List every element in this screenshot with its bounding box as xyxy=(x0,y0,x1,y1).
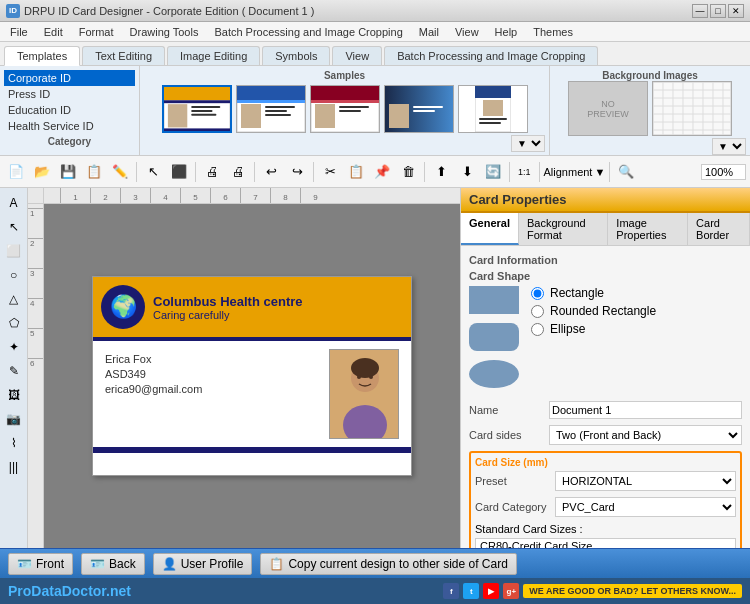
sample-thumb-4[interactable] xyxy=(384,85,454,133)
undo-button[interactable]: ↩ xyxy=(259,160,283,184)
line-tool[interactable]: ⌇ xyxy=(3,432,25,454)
user-profile-button[interactable]: 👤 User Profile xyxy=(153,553,253,575)
menu-edit[interactable]: Edit xyxy=(36,24,71,40)
name-input[interactable] xyxy=(549,401,742,419)
zoom-input[interactable] xyxy=(701,164,746,180)
radio-rectangle[interactable]: Rectangle xyxy=(531,286,656,300)
facebook-icon[interactable]: f xyxy=(443,583,459,599)
menu-batch-processing[interactable]: Batch Processing and Image Cropping xyxy=(206,24,410,40)
radio-ellipse[interactable]: Ellipse xyxy=(531,322,656,336)
menu-drawing-tools[interactable]: Drawing Tools xyxy=(122,24,207,40)
panel-tab-background-format[interactable]: Background Format xyxy=(519,213,608,245)
tab-templates[interactable]: Templates xyxy=(4,46,80,66)
back-button[interactable]: 🪪 Back xyxy=(81,553,145,575)
copy-button[interactable]: 📋 xyxy=(344,160,368,184)
properties-panel: Card Properties General Background Forma… xyxy=(460,188,750,548)
text-tool[interactable]: A xyxy=(3,192,25,214)
move-front-button[interactable]: ⬆ xyxy=(429,160,453,184)
1to1-button[interactable]: 1:1 xyxy=(514,160,535,184)
radio-rect-input[interactable] xyxy=(531,287,544,300)
category-health-id[interactable]: Health Service ID xyxy=(4,118,135,134)
tab-image-editing[interactable]: Image Editing xyxy=(167,46,260,65)
redo-button[interactable]: ↪ xyxy=(285,160,309,184)
canvas-area[interactable]: 1 2 3 4 5 6 7 8 9 1 2 3 4 5 6 xyxy=(28,188,460,548)
paste-button[interactable]: 📌 xyxy=(370,160,394,184)
menu-view[interactable]: View xyxy=(447,24,487,40)
circle-tool[interactable]: ○ xyxy=(3,264,25,286)
window-controls[interactable]: — □ ✕ xyxy=(692,4,744,18)
twitter-icon[interactable]: t xyxy=(463,583,479,599)
select-tool[interactable]: ↖ xyxy=(3,216,25,238)
menu-file[interactable]: File xyxy=(2,24,36,40)
size-list[interactable]: CR80-Credit Card Size CR79 CR80-Over Siz… xyxy=(475,538,736,548)
rect-tool[interactable]: ⬜ xyxy=(3,240,25,262)
copy-design-button[interactable]: 📋 Copy current design to other side of C… xyxy=(260,553,516,575)
bg-no-preview[interactable]: NOPREVIEW xyxy=(568,81,648,136)
zoom-out-button[interactable]: 🔍 xyxy=(614,160,638,184)
tab-batch-processing[interactable]: Batch Processing and Image Cropping xyxy=(384,46,598,65)
panel-scroll[interactable]: Card Information Card Shape xyxy=(461,246,750,548)
panel-tab-general[interactable]: General xyxy=(461,213,519,245)
menu-themes[interactable]: Themes xyxy=(525,24,581,40)
print2-button[interactable]: 🖨 xyxy=(226,160,250,184)
bg-images-dropdown[interactable]: ▼ xyxy=(712,138,746,155)
new-button[interactable]: 📄 xyxy=(4,160,28,184)
name-field-label: Name xyxy=(469,404,549,416)
canvas-content[interactable]: 🌍 Columbus Health centre Caring carefull… xyxy=(44,204,460,548)
youtube-icon[interactable]: ▶ xyxy=(483,583,499,599)
menu-help[interactable]: Help xyxy=(487,24,526,40)
alignment-dropdown[interactable]: ▼ xyxy=(594,166,605,178)
samples-dropdown[interactable]: ▼ xyxy=(511,135,545,152)
move-button[interactable]: ↖ xyxy=(141,160,165,184)
radio-rounded[interactable]: Rounded Rectangle xyxy=(531,304,656,318)
preset-select[interactable]: HORIZONTAL xyxy=(555,471,736,491)
id-card[interactable]: 🌍 Columbus Health centre Caring carefull… xyxy=(92,276,412,476)
sample-thumb-2[interactable] xyxy=(236,85,306,133)
image-tool[interactable]: 🖼 xyxy=(3,384,25,406)
googleplus-icon[interactable]: g+ xyxy=(503,583,519,599)
close-button[interactable]: ✕ xyxy=(728,4,744,18)
card-sides-select[interactable]: Two (Front and Back) xyxy=(549,425,742,445)
menu-format[interactable]: Format xyxy=(71,24,122,40)
ruler-tick-4: 4 xyxy=(150,188,180,203)
front-button[interactable]: 🪪 Front xyxy=(8,553,73,575)
print-button[interactable]: 🖨 xyxy=(200,160,224,184)
sample-thumb-5[interactable] xyxy=(458,85,528,133)
rotate-button[interactable]: 🔄 xyxy=(481,160,505,184)
tab-text-editing[interactable]: Text Editing xyxy=(82,46,165,65)
category-corporate-id[interactable]: Corporate ID xyxy=(4,70,135,86)
polygon-tool[interactable]: ⬠ xyxy=(3,312,25,334)
maximize-button[interactable]: □ xyxy=(710,4,726,18)
properties-button[interactable]: 📋 xyxy=(82,160,106,184)
sample-thumb-1[interactable] xyxy=(162,85,232,133)
category-education-id[interactable]: Education ID xyxy=(4,102,135,118)
panel-tab-card-border[interactable]: Card Border xyxy=(688,213,750,245)
select-all-button[interactable]: ⬛ xyxy=(167,160,191,184)
card-name: Erica Fox xyxy=(105,353,319,365)
card-category-select[interactable]: PVC_Card xyxy=(555,497,736,517)
link-tool[interactable]: ||| xyxy=(3,456,25,478)
radio-rounded-input[interactable] xyxy=(531,305,544,318)
minimize-button[interactable]: — xyxy=(692,4,708,18)
tab-view[interactable]: View xyxy=(332,46,382,65)
edit-button[interactable]: ✏️ xyxy=(108,160,132,184)
triangle-tool[interactable]: △ xyxy=(3,288,25,310)
photo-tool[interactable]: 📷 xyxy=(3,408,25,430)
star-tool[interactable]: ✦ xyxy=(3,336,25,358)
save-button[interactable]: 💾 xyxy=(56,160,80,184)
delete-button[interactable]: 🗑 xyxy=(396,160,420,184)
tab-symbols[interactable]: Symbols xyxy=(262,46,330,65)
cut-button[interactable]: ✂ xyxy=(318,160,342,184)
size-cr80[interactable]: CR80-Credit Card Size xyxy=(476,539,735,548)
panel-tab-image-properties[interactable]: Image Properties xyxy=(608,213,688,245)
open-button[interactable]: 📂 xyxy=(30,160,54,184)
bg-grid-preview[interactable] xyxy=(652,81,732,136)
pen-tool[interactable]: ✎ xyxy=(3,360,25,382)
radio-ellipse-input[interactable] xyxy=(531,323,544,336)
category-press-id[interactable]: Press ID xyxy=(4,86,135,102)
menu-mail[interactable]: Mail xyxy=(411,24,447,40)
move-back-button[interactable]: ⬇ xyxy=(455,160,479,184)
bad-good-banner[interactable]: WE ARE GOOD OR BAD? LET OTHERS KNOW... xyxy=(523,584,742,598)
preset-row: Preset HORIZONTAL xyxy=(475,471,736,491)
sample-thumb-3[interactable] xyxy=(310,85,380,133)
